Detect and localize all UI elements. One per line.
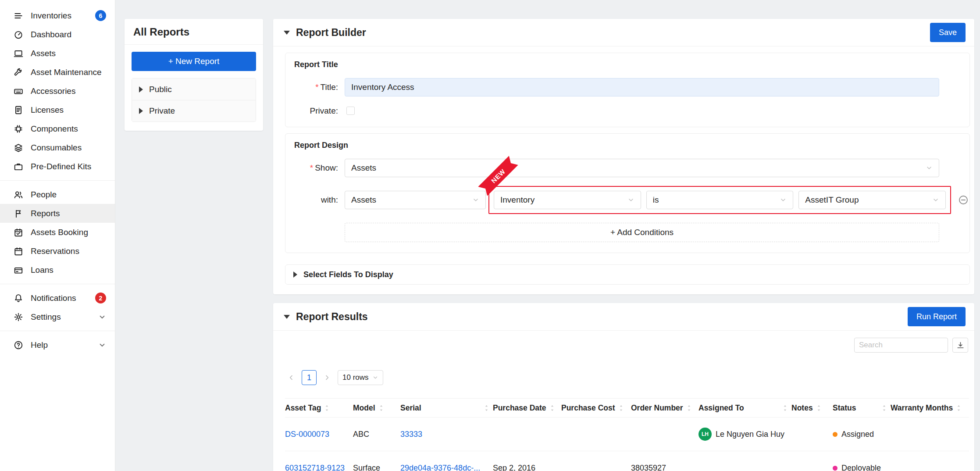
chevron-down-icon (98, 341, 106, 349)
column-header-assigned-to[interactable]: Assigned To (698, 399, 791, 417)
sidebar-item-settings[interactable]: Settings (0, 307, 115, 326)
condition-value-select[interactable]: AssetIT Group (798, 191, 946, 209)
show-label: *Show: (285, 163, 338, 173)
keyboard-icon (13, 86, 24, 96)
chevron-right-icon (324, 374, 331, 381)
column-header-purchase-date[interactable]: Purchase Date (493, 399, 561, 417)
condition-operator-select[interactable]: is (646, 191, 794, 209)
help-icon (13, 340, 24, 350)
page-1-button[interactable]: 1 (302, 370, 317, 385)
sidebar-item-label: Assets (31, 49, 56, 58)
sidebar-item-label: Loans (31, 265, 53, 275)
report-builder-panel: Report Builder Save Report Title *Title:… (273, 19, 974, 294)
sidebar-item-label: Consumables (31, 143, 82, 153)
sidebar-item-inventories[interactable]: Inventories 6 (0, 6, 115, 25)
show-row: *Show: Assets (285, 159, 969, 177)
sidebar-item-label: Settings (31, 312, 61, 322)
wallet-icon (13, 265, 24, 275)
sort-icon (782, 404, 788, 412)
serial-link[interactable]: 33333 (400, 430, 422, 439)
add-conditions-button[interactable]: + Add Conditions (345, 223, 939, 242)
column-header-model[interactable]: Model (353, 399, 400, 417)
report-title-heading: Report Title (285, 60, 969, 69)
sidebar-item-dashboard[interactable]: Dashboard (0, 25, 115, 44)
booking-calendar-icon (13, 227, 24, 238)
asset-tag-link[interactable]: 603152718-9123 (285, 464, 345, 471)
save-button[interactable]: Save (930, 23, 966, 42)
column-header-status[interactable]: Status (833, 399, 891, 417)
run-report-button[interactable]: Run Report (908, 307, 966, 326)
report-design-section: Report Design *Show: Assets with: Assets… (285, 133, 970, 253)
sidebar-item-assets[interactable]: Assets (0, 44, 115, 63)
sidebar-item-label: Help (31, 340, 48, 350)
sidebar-item-pre-defined-kits[interactable]: Pre-Defined Kits (0, 157, 115, 176)
sidebar-item-label: Licenses (31, 105, 64, 115)
download-icon (956, 341, 965, 350)
status-dot (833, 466, 837, 471)
condition-operator-value: is (653, 195, 659, 205)
title-input[interactable] (345, 78, 939, 96)
column-header-order-number[interactable]: Order Number (631, 399, 698, 417)
bell-icon (13, 293, 24, 303)
column-header-warranty-months[interactable]: Warranty Months (891, 399, 969, 417)
report-builder-title: Report Builder (296, 27, 366, 39)
with-select[interactable]: Assets (345, 191, 486, 209)
sidebar-item-label: Inventories (31, 11, 71, 21)
sidebar-item-label: Accessories (31, 86, 75, 96)
report-results-header[interactable]: Report Results Run Report (273, 303, 974, 331)
flag-icon (13, 208, 24, 219)
sidebar-item-label: Dashboard (31, 30, 71, 39)
sidebar-divider (0, 284, 115, 284)
order-number-cell: 38035927 (631, 451, 698, 471)
condition-field-select[interactable]: Inventory (494, 191, 641, 209)
sidebar-item-licenses[interactable]: Licenses (0, 100, 115, 119)
search-input[interactable] (854, 338, 948, 353)
download-button[interactable] (952, 338, 968, 353)
chevron-left-icon (288, 374, 295, 381)
inventories-count-badge: 6 (95, 10, 106, 21)
sidebar-item-assets-booking[interactable]: Assets Booking (0, 223, 115, 242)
column-header-serial[interactable]: Serial (400, 399, 493, 417)
sidebar-item-notifications[interactable]: Notifications 2 (0, 289, 115, 307)
serial-link[interactable]: 29de04a-9376-48dc-... (400, 464, 480, 471)
report-builder-header[interactable]: Report Builder Save (273, 19, 974, 46)
people-icon (13, 189, 24, 200)
notifications-count-badge: 2 (95, 293, 106, 303)
sidebar-item-asset-maintenance[interactable]: Asset Maintenance (0, 63, 115, 82)
sidebar-item-people[interactable]: People (0, 185, 115, 204)
sidebar-item-help[interactable]: Help (0, 335, 115, 354)
all-reports-title: All Reports (125, 19, 263, 45)
sidebar-item-label: Reports (31, 209, 60, 218)
sidebar-item-consumables[interactable]: Consumables (0, 138, 115, 157)
report-design-heading: Report Design (285, 141, 969, 150)
report-group-label: Public (149, 85, 172, 94)
pagination: 1 10 rows (288, 370, 974, 385)
model-cell: Surface (353, 451, 400, 471)
report-group-private[interactable]: Private (132, 100, 256, 121)
condition-highlight-box: NEW Inventory is AssetIT Group (488, 186, 951, 214)
next-page-button[interactable] (324, 374, 331, 381)
purchase-cost-cell (561, 451, 631, 471)
sidebar-item-loans[interactable]: Loans (0, 260, 115, 279)
sidebar-item-accessories[interactable]: Accessories (0, 82, 115, 100)
remove-condition-button[interactable] (958, 195, 969, 205)
asset-tag-link[interactable]: DS-0000073 (285, 430, 329, 439)
column-header-asset-tag[interactable]: Asset Tag (285, 399, 353, 417)
report-group-label: Private (149, 106, 175, 116)
sidebar-item-reports[interactable]: Reports (0, 204, 115, 223)
sidebar-item-components[interactable]: Components (0, 119, 115, 138)
prev-page-button[interactable] (288, 374, 295, 381)
report-group-public[interactable]: Public (132, 78, 256, 100)
column-header-purchase-cost[interactable]: Purchase Cost (561, 399, 631, 417)
show-select[interactable]: Assets (345, 159, 939, 177)
rows-per-page-select[interactable]: 10 rows (338, 370, 383, 385)
all-reports-panel: All Reports + New Report Public Private (125, 19, 263, 131)
private-checkbox[interactable] (346, 107, 355, 115)
sidebar-item-reservations[interactable]: Reservations (0, 242, 115, 260)
select-fields-toggle[interactable]: Select Fields To Display (285, 264, 970, 285)
sort-icon (378, 404, 384, 412)
column-header-notes[interactable]: Notes (791, 399, 833, 417)
new-report-button[interactable]: + New Report (132, 52, 256, 71)
chevron-down-icon (627, 196, 634, 203)
sidebar-item-label: Components (31, 124, 78, 134)
